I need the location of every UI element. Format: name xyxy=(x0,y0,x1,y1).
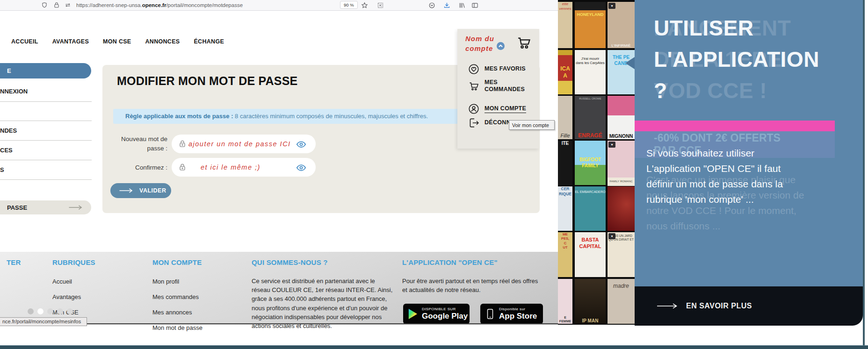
confirm-password-field[interactable]: et ici le même ;) xyxy=(172,158,316,177)
poster-title: BIGFOOT FAMILY xyxy=(575,157,606,169)
heart-circle-icon xyxy=(468,63,480,75)
screen: https://adherent-snep-unsa.opence.fr/por… xyxy=(0,0,868,349)
sidebar-item-active-label: E xyxy=(7,67,11,74)
chevron-up-icon[interactable] xyxy=(497,42,505,50)
poster-tile[interactable]: IP MAN xyxy=(575,279,606,324)
poster-subtitle: RUSSELL CROWE xyxy=(575,97,606,100)
pocket-icon[interactable] xyxy=(428,2,435,9)
promo-paragraph: Si vous souhaitez utiliserL'application … xyxy=(646,145,783,207)
new-password-field[interactable]: ajouter un mot de passe ICI xyxy=(172,135,316,153)
poster-tile[interactable] xyxy=(608,96,635,115)
poster-tile[interactable]: DANS UN JARD QU'ON DIRAIT ET♥ xyxy=(608,232,635,277)
menu-item-orders[interactable]: MES COMMANDES xyxy=(485,79,522,93)
screenshot-scissors-icon[interactable] xyxy=(377,2,384,9)
app-store-badge[interactable]: Disponible sur App Store xyxy=(480,304,543,324)
nav-item-annonces[interactable]: ANNONCES xyxy=(145,38,180,45)
poster-tile[interactable]: ICA A xyxy=(558,50,572,94)
carousel-dot[interactable] xyxy=(47,308,53,314)
footer-heading-qui: QUI SOMMES-NOUS ? xyxy=(252,258,328,266)
show-password-eye-icon[interactable] xyxy=(295,163,307,173)
downloads-icon[interactable] xyxy=(443,2,450,9)
poster-tile[interactable]: ette vennes xyxy=(558,2,572,48)
poster-tile[interactable]: ITE xyxy=(558,141,572,185)
poster-title: E FEMME xyxy=(558,316,572,324)
sidebar-item[interactable]: NNEXION xyxy=(0,88,89,94)
poster-tile[interactable]: CER RIQUE xyxy=(558,186,572,231)
nav-item--change[interactable]: ÉCHANGE xyxy=(194,38,224,45)
poster-tile[interactable]: Fille xyxy=(558,96,572,139)
sidebar-item[interactable]: NDES xyxy=(0,127,89,134)
url-text[interactable]: https://adherent-snep-unsa.opence.fr/por… xyxy=(76,2,243,9)
main-nav: ACCUEILAVANTAGESMON CSEANNONCESÉCHANGE xyxy=(11,38,224,45)
url-domain: opence.fr xyxy=(142,2,166,8)
carousel-dot[interactable] xyxy=(37,308,43,314)
sidebar-item[interactable] xyxy=(0,107,89,114)
lock-icon xyxy=(178,139,187,149)
footer-link[interactable]: Avantages xyxy=(52,293,81,309)
poster-tile[interactable]: L'INFIRMIÈ♥ xyxy=(608,2,635,48)
sidebar-item[interactable]: CES xyxy=(0,147,89,153)
sidebar-item-password-label: PASSE xyxy=(7,204,27,211)
poster-tile[interactable]: RUSSELL CROWEENRAGÉ xyxy=(575,96,606,139)
poster-tile[interactable]: FAMILY ROMANC xyxy=(608,178,635,186)
carousel-dot[interactable] xyxy=(57,308,63,314)
account-name[interactable]: Nom ducompte xyxy=(465,34,494,53)
permissions-icon[interactable] xyxy=(65,2,71,8)
footer-link[interactable]: Mes commandes xyxy=(152,293,203,309)
poster-tile[interactable]: BASTA CAPITAL xyxy=(575,232,606,277)
poster-title: MIGNONN xyxy=(608,133,635,139)
poster-title: Fille xyxy=(558,133,572,139)
poster-tile[interactable]: BIGFOOT FAMILY xyxy=(575,141,606,185)
footer-link[interactable]: Mon mot de passe xyxy=(152,324,203,340)
poster-tile[interactable]: ♥ xyxy=(608,141,635,178)
confirm-password-placeholder: et ici le même ;) xyxy=(201,158,260,177)
learn-more-button[interactable]: EN SAVOIR PLUS xyxy=(635,286,863,326)
poster-title: HONEYLAND xyxy=(575,12,606,17)
password-rule-text: 8 caractères minimum composés de minuscu… xyxy=(233,113,428,120)
poster-tile[interactable]: MIGNONN xyxy=(608,115,635,139)
sidebar-divider xyxy=(0,160,92,160)
footer-link[interactable]: Mon profil xyxy=(152,278,203,293)
poster-tile[interactable]: ME PES, C UT xyxy=(558,232,572,277)
nav-item-mon-cse[interactable]: MON CSE xyxy=(103,38,131,45)
favorite-heart-icon[interactable]: ♥ xyxy=(608,233,615,239)
lock-icon[interactable] xyxy=(53,2,60,8)
poster-tile[interactable]: E FEMME xyxy=(558,279,572,324)
submit-button[interactable]: VALIDER xyxy=(110,183,171,198)
sidebar-divider xyxy=(0,101,92,102)
poster-tile[interactable] xyxy=(608,186,635,231)
bookmark-star-icon[interactable] xyxy=(361,2,368,9)
favorite-heart-icon[interactable]: ♥ xyxy=(608,3,615,9)
poster-tile[interactable]: EL EMBARCADERO xyxy=(575,186,606,231)
footer-link[interactable]: Mes annonces xyxy=(152,309,203,324)
poster-tile[interactable]: madre xyxy=(608,279,635,324)
password-rule-label: Règle applicable aux mots de passe : xyxy=(125,113,233,120)
library-icon[interactable] xyxy=(458,2,465,9)
sidebar-toggle-icon[interactable] xyxy=(471,2,478,9)
favorite-heart-icon[interactable]: ♥ xyxy=(608,142,615,148)
sidebar-item-password[interactable]: PASSE xyxy=(0,200,91,214)
google-play-badge[interactable]: DISPONIBLE SUR Google Play xyxy=(403,304,470,324)
nav-item-avantages[interactable]: AVANTAGES xyxy=(52,38,89,45)
poster-tile[interactable]: HONEYLAND xyxy=(575,2,606,48)
poster-title: BASTA CAPITAL xyxy=(575,237,606,250)
poster-tile[interactable]: J'irai mourir dans les CarpAtes xyxy=(575,50,606,94)
new-password-label-line2: passe : xyxy=(102,145,167,152)
footer-heading-rubriques: RUBRIQUES xyxy=(52,258,95,266)
confirm-password-label: Confirmez : xyxy=(102,164,167,171)
badge-top-text: Disponible sur xyxy=(499,307,525,311)
promo-panel: LANCEMENTDE LA 1EREVOD CCE ! UTILISERL'A… xyxy=(635,0,863,286)
carousel-dot[interactable] xyxy=(67,308,73,314)
footer-link[interactable]: Accueil xyxy=(52,278,81,293)
show-password-eye-icon[interactable] xyxy=(295,139,307,150)
carousel-dot[interactable] xyxy=(28,308,34,314)
sidebar-item[interactable]: S xyxy=(0,166,89,173)
badge-bottom-text: Google Play xyxy=(422,312,468,321)
menu-item-account[interactable]: MON COMPTE xyxy=(485,105,531,112)
tracking-shield-icon[interactable] xyxy=(41,2,48,8)
nav-item-accueil[interactable]: ACCUEIL xyxy=(11,38,38,45)
menu-item-favorites[interactable]: MES FAVORIS xyxy=(485,65,531,72)
cart-icon[interactable] xyxy=(515,35,532,51)
sidebar-item-active[interactable]: E xyxy=(0,63,91,78)
zoom-level-badge[interactable]: 90 % xyxy=(340,1,358,9)
